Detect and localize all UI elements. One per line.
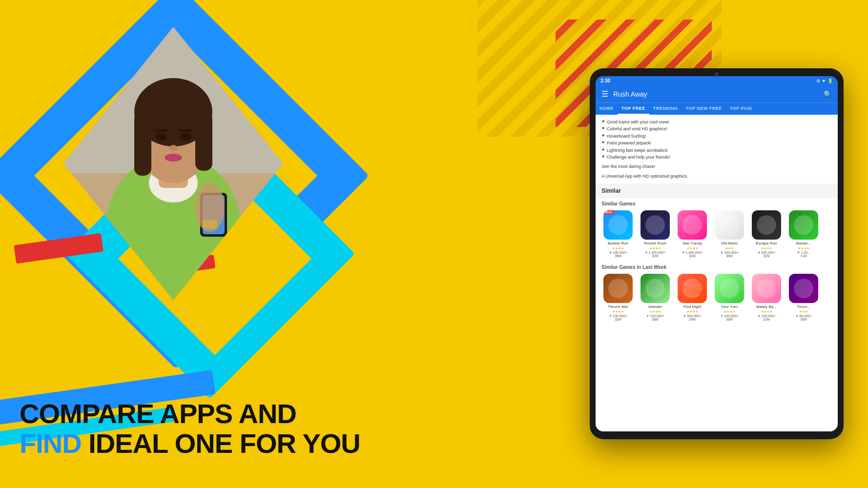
game-downloads: ▼ 1,000,000+ bbox=[682, 251, 703, 254]
game-name: Star Candy bbox=[682, 241, 702, 246]
game-name: Throne War bbox=[608, 305, 628, 309]
svg-point-10 bbox=[155, 133, 167, 141]
list-item[interactable]: Star Candy★★★★▼ 1,000,000+32M bbox=[676, 210, 709, 258]
game-downloads: ▼ 1,00... bbox=[797, 251, 810, 254]
game-size: 36M bbox=[615, 254, 621, 258]
game-stars: ★★★★ bbox=[798, 246, 809, 250]
game-downloads: ▼ 100,000+ bbox=[757, 251, 775, 254]
game-stars: ★★★★ bbox=[612, 246, 624, 250]
svg-rect-19 bbox=[203, 220, 217, 228]
tablet-device: 2:30 ⚙ ▼ 🔋 ☰ Rush Away 🔍 HOME TOP FREE bbox=[590, 68, 844, 439]
game-size: 32M bbox=[689, 254, 696, 258]
svg-point-22 bbox=[645, 215, 665, 235]
svg-point-21 bbox=[608, 215, 628, 235]
list-item[interactable]: Throne War★★★★▼ 100,000+32M bbox=[601, 274, 635, 321]
list-item[interactable]: Islander★★★★▼ 100,000+28M bbox=[639, 274, 672, 321]
game-downloads: ▼ 50,000+ bbox=[795, 314, 811, 318]
similar-games-week-label: Similar Games in Last Week bbox=[596, 262, 838, 272]
list-item[interactable]: Thron...★★★▼ 50,000+35M bbox=[787, 274, 820, 321]
svg-rect-9 bbox=[195, 112, 212, 171]
game-size: 32M bbox=[763, 254, 770, 258]
tab-top-new-free[interactable]: TOP NEW FREE bbox=[682, 103, 726, 115]
game-stars: ★★★★ bbox=[612, 310, 624, 314]
desc-item-6: Challenge and help your friends! bbox=[601, 154, 832, 161]
game-downloads: ▼ 100,000+ bbox=[609, 251, 627, 254]
tab-top-free[interactable]: TOP FREE bbox=[618, 103, 649, 115]
svg-point-28 bbox=[645, 279, 665, 298]
svg-point-25 bbox=[757, 215, 776, 235]
game-stars: ★★★★ bbox=[723, 310, 735, 314]
game-stars: ★★★★ bbox=[649, 246, 661, 250]
game-stars: ★★★★ bbox=[761, 310, 772, 314]
battery-icon: 🔋 bbox=[827, 79, 833, 83]
svg-point-26 bbox=[794, 215, 813, 235]
game-name: Thron... bbox=[797, 305, 810, 309]
game-downloads: ▼ 100,000+ bbox=[646, 314, 664, 318]
svg-point-30 bbox=[720, 279, 739, 298]
similar-header: Similar bbox=[596, 183, 838, 198]
game-name: Your Turn bbox=[721, 305, 738, 309]
list-item[interactable]: Find Right★★★★▼ 500,000+24M bbox=[676, 274, 709, 321]
game-size: 22M bbox=[763, 318, 770, 321]
wifi-icon: ▼ bbox=[822, 79, 826, 83]
game-name: Islander bbox=[648, 305, 662, 309]
game-stars: ★★★★ bbox=[761, 246, 772, 250]
hero-text-block: COMPARE APPS AND FIND IDEAL ONE FOR YOU bbox=[20, 399, 360, 459]
tab-top-paid[interactable]: TOP PAID bbox=[726, 103, 756, 115]
list-item[interactable]: Rocket Rush★★★★▼ 1,000,000+32M bbox=[639, 210, 672, 258]
woman-photo bbox=[63, 27, 283, 300]
games-row-1: NEW!Bubble Run★★★★▼ 100,000+36MRocket Ru… bbox=[596, 208, 838, 262]
game-name: Banan... bbox=[796, 241, 811, 246]
hamburger-icon[interactable]: ☰ bbox=[601, 89, 608, 99]
game-downloads: ▼ 200,000+ bbox=[720, 314, 738, 318]
svg-rect-8 bbox=[134, 112, 151, 176]
description-text: Grind trains with your cool crew! Colorf… bbox=[596, 115, 838, 183]
list-item[interactable]: Your Turn★★★★▼ 200,000+30M bbox=[713, 274, 746, 321]
tablet-screen: 2:30 ⚙ ▼ 🔋 ☰ Rush Away 🔍 HOME TOP FREE bbox=[596, 76, 838, 431]
game-size: 32M bbox=[652, 254, 659, 258]
game-stars: ★★★★ bbox=[686, 310, 698, 314]
svg-point-29 bbox=[682, 279, 702, 298]
game-name: Escape Run bbox=[756, 241, 777, 246]
svg-point-14 bbox=[169, 145, 177, 151]
game-size: 24M bbox=[689, 318, 696, 321]
list-item[interactable]: Old Mans★★★▼ 100,000+36M bbox=[713, 210, 746, 258]
status-time: 2:30 bbox=[600, 78, 610, 83]
svg-point-32 bbox=[794, 279, 813, 298]
desc-para-2: A Universal App with HD optimized graphi… bbox=[601, 173, 832, 180]
tab-home[interactable]: HOME bbox=[596, 103, 618, 115]
desc-item-1: Grind trains with your cool crew! bbox=[601, 119, 832, 125]
desc-item-5: Lightning fast swipe acrobatics! bbox=[601, 147, 832, 154]
desc-item-2: Colorful and vivid HD graphics! bbox=[601, 125, 832, 132]
tablet-frame: 2:30 ⚙ ▼ 🔋 ☰ Rush Away 🔍 HOME TOP FREE bbox=[590, 68, 844, 439]
similar-games-label: Similar Games bbox=[596, 198, 838, 208]
desc-item-3: Hoverboard Surfing! bbox=[601, 133, 832, 140]
game-stars: ★★★★ bbox=[686, 246, 698, 250]
list-item[interactable]: Escape Run★★★★▼ 100,000+32M bbox=[750, 210, 783, 258]
svg-point-24 bbox=[720, 215, 739, 235]
game-stars: ★★★ bbox=[725, 246, 734, 250]
game-downloads: ▼ 500,000+ bbox=[683, 314, 701, 318]
status-icons: ⚙ ▼ 🔋 bbox=[816, 79, 833, 83]
hero-line1: COMPARE APPS AND bbox=[20, 399, 360, 429]
tab-trending[interactable]: TRENDING bbox=[649, 103, 682, 115]
app-bar-left: ☰ Rush Away bbox=[601, 89, 647, 99]
hero-line2: FIND IDEAL ONE FOR YOU bbox=[20, 428, 360, 459]
list-item[interactable]: Babby Ba...★★★★▼ 100,000+22M bbox=[750, 274, 783, 321]
svg-point-23 bbox=[682, 215, 702, 235]
svg-point-15 bbox=[165, 154, 182, 162]
game-name: Bubble Run bbox=[608, 241, 628, 246]
game-stars: ★★★ bbox=[799, 310, 808, 314]
game-downloads: ▼ 100,000+ bbox=[609, 314, 627, 318]
tablet-camera bbox=[715, 72, 719, 76]
game-name: Find Right bbox=[683, 305, 701, 309]
game-size: 28M bbox=[652, 318, 659, 321]
game-size: 30M bbox=[726, 318, 733, 321]
list-item[interactable]: Banan...★★★★▼ 1,00...71M bbox=[787, 210, 820, 258]
svg-point-27 bbox=[608, 279, 628, 298]
list-item[interactable]: NEW!Bubble Run★★★★▼ 100,000+36M bbox=[601, 210, 635, 258]
games-row-2: Throne War★★★★▼ 100,000+32MIslander★★★★▼… bbox=[596, 272, 838, 325]
settings-icon: ⚙ bbox=[816, 79, 820, 83]
game-size: 36M bbox=[726, 254, 733, 258]
search-icon[interactable]: 🔍 bbox=[824, 90, 832, 98]
